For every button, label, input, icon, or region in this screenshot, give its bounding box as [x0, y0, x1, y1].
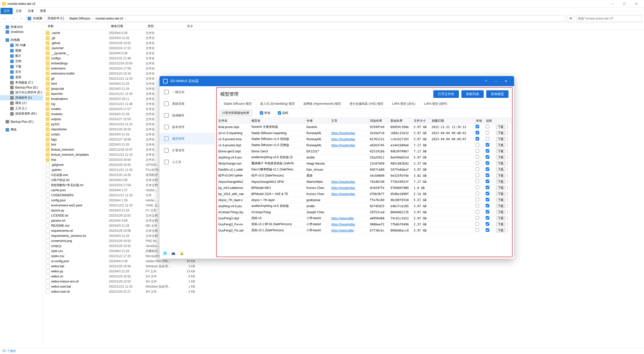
remote-checkbox[interactable]: [486, 137, 489, 140]
more-icon[interactable]: ⋮: [506, 192, 509, 196]
remote-checkbox[interactable]: [486, 180, 489, 183]
model-row[interactable]: anything-v4.5-pruandite/Anything v4.5 剪枝…: [217, 203, 512, 209]
more-icon[interactable]: ⋮: [506, 210, 509, 214]
bell-icon[interactable]: 🔔: [180, 252, 184, 255]
local-checkbox[interactable]: [476, 167, 479, 171]
model-row[interactable]: v1-5-pruned-emaStable Diffusion v1.5 剪枝版…: [217, 136, 512, 142]
nav-item-3D 对象[interactable]: 3D 对象: [0, 43, 43, 48]
model-row[interactable]: ACertainThing.ckpACertainThingJoseph Che…: [217, 209, 512, 215]
sidebar-item-play[interactable]: 一键启动: [160, 86, 215, 98]
help-button[interactable]: ?: [481, 77, 491, 86]
model-row[interactable]: sd-v1-5-inpaintingStable Diffusion Inpai…: [217, 130, 512, 136]
home-link[interactable]: https://www.bilibi: [331, 217, 354, 220]
download-button[interactable]: 下载: [496, 149, 505, 153]
local-checkbox[interactable]: [476, 173, 479, 177]
local-checkbox[interactable]: [476, 216, 479, 220]
forward-button[interactable]: →: [10, 15, 16, 22]
nav-item-Backup Plus (D:)[interactable]: Backup Plus (D:): [0, 119, 43, 124]
more-icon[interactable]: ⋮: [506, 168, 509, 171]
more-icon[interactable]: ⋮: [506, 222, 509, 226]
tab-0[interactable]: Stable Diffusion 模型: [219, 99, 256, 108]
local-checkbox[interactable]: [476, 161, 479, 165]
sidebar-item-db[interactable]: 模型管理: [160, 133, 215, 145]
file-row[interactable]: webui.sh2023/1/29 10:52SH 文件6 KB: [43, 274, 644, 279]
close-button[interactable]: ✕: [631, 0, 642, 7]
model-row[interactable]: anything-v4.5-pruandite/Anything v4.5 剪枝…: [217, 154, 512, 161]
refresh-button[interactable]: ⟳: [568, 15, 574, 22]
home-link[interactable]: https://huggingfac: [331, 223, 355, 226]
file-row[interactable]: ui-config.json2023/4/4 0:39Adobe After E…: [43, 259, 644, 264]
col-name[interactable]: 名称: [46, 24, 109, 28]
remote-checkbox[interactable]: [486, 192, 489, 195]
model-row[interactable]: AbyssOrangeMix2AbyssOrangeMix2 SFWWarrio…: [217, 179, 512, 185]
col-mname[interactable]: 模型名: [250, 118, 305, 124]
model-row[interactable]: 机甲v3.0AY.safete机甲 v3.0 (SafeTensors)晨扬54…: [217, 173, 512, 179]
download-button[interactable]: 下载: [496, 131, 505, 135]
model-row[interactable]: GuoFeng3_Fix.saf国风 v3.1 (SafeTensors)小李x…: [217, 227, 512, 234]
download-button[interactable]: 下载: [496, 125, 505, 129]
more-icon[interactable]: ⋮: [506, 198, 509, 202]
model-row[interactable]: DanMix-v2.1.safetDanの嗜寿吧融 v2.1 (SafeTens…: [217, 167, 512, 173]
refresh-list-button[interactable]: 刷新列表: [461, 90, 484, 98]
more-icon[interactable]: ⋮: [506, 137, 509, 141]
sidebar-item-tune[interactable]: 高级选项: [160, 98, 215, 110]
local-checkbox[interactable]: [476, 228, 479, 232]
ribbon-tab-共享[interactable]: 共享: [25, 8, 37, 14]
more-icon[interactable]: ⋮: [506, 186, 509, 189]
sidebar-item-help[interactable]: 疑难解答: [160, 110, 215, 121]
more-icon[interactable]: ⋮: [506, 228, 509, 232]
download-button[interactable]: 下载: [496, 204, 505, 208]
nav-item-网络[interactable]: 网络: [0, 127, 43, 132]
col-size[interactable]: 大小: [175, 24, 195, 28]
more-icon[interactable]: ⋮: [506, 125, 509, 129]
remote-checkbox[interactable]: [486, 222, 489, 226]
nav-item-本地磁盘 (C:)[interactable]: 本地磁盘 (C:): [0, 80, 43, 85]
model-row[interactable]: bp_1024_with_vaeBPModel 1024 + VAE & TEK…: [217, 191, 512, 197]
file-row[interactable]: webui-user.bat2022/11/21 11:33Windows 批处…: [43, 284, 644, 289]
download-button[interactable]: 下载: [496, 222, 505, 226]
download-button[interactable]: 下载: [496, 198, 505, 202]
col-newhash[interactable]: 新短哈希: [389, 118, 412, 124]
col-home[interactable]: 主页: [330, 118, 368, 124]
globe-icon[interactable]: 🌐: [163, 252, 167, 255]
remote-checkbox[interactable]: [486, 198, 489, 201]
more-icon[interactable]: ⋮: [506, 204, 509, 208]
download-button[interactable]: 下载: [496, 210, 505, 214]
remote-checkbox[interactable]: [486, 216, 489, 220]
more-icon[interactable]: ⋮: [506, 149, 509, 153]
breadcrumb-3[interactable]: novelai-webui-aki-v3: [94, 16, 124, 21]
ribbon-tab-查看[interactable]: 查看: [37, 8, 49, 14]
home-link[interactable]: https://www.bilibi: [331, 229, 354, 232]
nav-item-设计办公类软件 (E:)[interactable]: 设计办公类软件 (E:): [0, 90, 43, 95]
model-row[interactable]: MistyOrange-non飘渺橘子 半精度剪枝版 (SafeTeAkagi …: [217, 161, 512, 167]
local-checkbox[interactable]: [476, 149, 479, 153]
download-button[interactable]: 下载: [496, 137, 505, 141]
download-button[interactable]: 下载: [496, 180, 505, 184]
remote-checkbox[interactable]: [486, 186, 489, 189]
remote-checkbox[interactable]: [486, 173, 489, 177]
local-checkbox[interactable]: [476, 155, 479, 159]
col-date[interactable]: 修改日期: [109, 24, 146, 28]
app-close-button[interactable]: ✕: [501, 77, 511, 86]
more-icon[interactable]: ⋮: [506, 131, 509, 135]
search-input[interactable]: [576, 15, 642, 22]
local-checkbox[interactable]: [476, 198, 479, 201]
back-button[interactable]: ←: [2, 15, 8, 22]
col-created[interactable]: 创建日期: [430, 118, 474, 124]
file-row[interactable]: .github2023/1/29 10:52文件夹: [43, 41, 644, 46]
nav-item-快速访问[interactable]: 快速访问: [0, 24, 43, 30]
ribbon-tab-主页[interactable]: 主页: [13, 8, 25, 14]
download-button[interactable]: 下载: [496, 192, 505, 196]
model-row[interactable]: v1-5-pruned.ckptStable Diffusion v1.5 完整…: [217, 142, 512, 148]
tab-2[interactable]: 超网格 (Hypernetwork) 模型: [299, 99, 345, 108]
local-checkbox[interactable]: [476, 137, 479, 140]
nav-item-缓存 (J:)[interactable]: 缓存 (J:): [0, 100, 43, 106]
col-local[interactable]: 本地: [474, 118, 484, 124]
filter-remote[interactable]: 远程: [278, 111, 288, 115]
home-link[interactable]: https://huggingfac: [331, 192, 355, 196]
download-button[interactable]: 下载: [496, 155, 505, 159]
file-row[interactable]: .launcher2023/2/24 17:22文件夹: [43, 46, 644, 51]
add-model-button[interactable]: 添加模型: [486, 90, 509, 98]
remote-checkbox[interactable]: [486, 149, 489, 153]
model-row[interactable]: Abyss_7th_layer.cAbyss + 7th layergodeye…: [217, 197, 512, 203]
